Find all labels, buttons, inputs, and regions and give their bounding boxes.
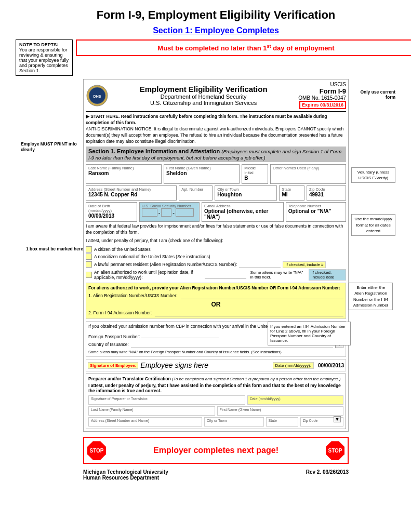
sig-label: Signature of Employee:	[88, 362, 138, 369]
i94-note: If you entered an I-94 Admission Number …	[268, 322, 351, 345]
preparer-city: City or Town	[204, 417, 264, 427]
page-title: Form I-9, Employment Eligibility Verific…	[16, 8, 411, 22]
checkbox-noncitizen[interactable]	[86, 254, 92, 260]
zip-dropdown[interactable]: ▼	[334, 416, 341, 422]
footer: Michigan Technological University Human …	[83, 469, 349, 481]
phone-field: Telephone Number Optional or "N/A"	[286, 202, 346, 222]
preparer-state: State	[266, 417, 298, 427]
bottom-bar: STOP Employer completes next page! STOP	[83, 437, 349, 464]
one-box-annotation: 1 box must be marked here	[23, 246, 83, 252]
sig-date-value: 00/00/2013	[318, 363, 344, 368]
enter-either-note: Enter either the Alien Registration Numb…	[349, 283, 393, 310]
preparer-first-name: First Name (Given Name)	[217, 406, 344, 416]
sig-value: Employee signs here	[140, 361, 270, 369]
uscis-info-box: USCIS Form I-9 OMB No. 1615-0047 Expires…	[298, 82, 346, 109]
note-title: NOTE TO DEPTS:	[19, 42, 69, 47]
start-here-text: ▶ START HERE. Read instructions carefull…	[86, 114, 346, 144]
section-header: Section 1: Employee Completes	[16, 26, 411, 35]
signature-row: Signature of Employee: Employee signs he…	[86, 359, 346, 371]
must-complete-box: Must be completed no later than 1st day …	[76, 39, 411, 56]
zip-field: Zip Code 49931	[307, 185, 346, 201]
attest-intro: I attest, under penalty of perjury, that…	[86, 238, 346, 244]
alien-section: For aliens authorized to work, provide y…	[86, 283, 346, 319]
apt-field: Apt. Number	[179, 185, 213, 201]
city-field: City or Town Houghton	[215, 185, 277, 201]
checkbox-alien-authorized[interactable]	[86, 272, 92, 278]
checkbox-row-2: A noncitizen national of the United Stat…	[86, 254, 346, 260]
form-title-center: Employment Eligibility Verification Depa…	[109, 85, 298, 106]
address-fields-row: Address (Street Number and Name) 12345 N…	[86, 185, 346, 201]
preparer-last-name: Last Name (Family Name)	[88, 406, 215, 416]
dhs-seal: DHS	[86, 84, 109, 107]
right-annotations: Only use current form Voluntary (unless …	[351, 79, 395, 236]
other-names-field: Other Names Used (if any)	[270, 164, 346, 184]
form-logo: DHS	[86, 84, 109, 107]
checkbox-row-1: A citizen of the United States	[86, 246, 346, 252]
stop-sign-left: STOP	[87, 441, 106, 460]
checkbox-citizen[interactable]	[86, 246, 92, 252]
checkbox-row-4: An alien authorized to work until (expir…	[86, 269, 346, 281]
if-checked-hash: If checked, include #	[283, 261, 326, 268]
awareness-text: I am aware that federal law provides for…	[86, 223, 346, 236]
ssn-field: U.S. Social Security Number - -	[139, 202, 200, 222]
footer-right: Rev 2. 03/26/2013	[306, 469, 349, 481]
preparer-date-field: Date (mm/dd/yyyy):	[247, 395, 343, 405]
use-mmddyyyy-note: Use the mm/dd/yyyy format for all dates …	[351, 214, 395, 236]
if-checked-date: If checked, Include date	[309, 269, 346, 281]
preparer-name-row: Last Name (Family Name) First Name (Give…	[88, 406, 343, 416]
form-image-area: DHS Employment Eligibility Verification …	[83, 79, 349, 432]
checkbox-permanent-resident[interactable]	[86, 261, 92, 268]
section1-header: Section 1. Employee Information and Atte…	[86, 147, 346, 162]
sig-date-label: Date (mm/dd/yyyy):	[273, 362, 314, 369]
first-name-field: First Name (Given Name) Sheldon	[164, 164, 240, 184]
form-header: DHS Employment Eligibility Verification …	[86, 82, 346, 112]
checkbox-row-3: A lawful permanent resident (Alien Regis…	[86, 261, 346, 268]
email-field: E-mail Address Optional (otherwise, ente…	[202, 202, 284, 222]
left-annotations: Employe MUST PRINT info clearly	[21, 79, 81, 157]
expires-badge: Expires 03/31/2016	[299, 101, 346, 109]
preparer-zip: Zip Code ▼	[300, 417, 343, 427]
voluntary-note: Voluntary (unless USCIS E-Verify)	[351, 167, 395, 183]
preparer-sig-field: Signature of Preparer or Translator:	[88, 395, 245, 405]
preparer-sig-row: Signature of Preparer or Translator: Dat…	[88, 395, 343, 405]
state-field: State MI	[279, 185, 304, 201]
dob-ssn-row: Date of Birth (mm/dd/yyyy) 00/00/2013 U.…	[86, 202, 346, 222]
stop-sign-right: STOP	[326, 441, 344, 460]
note-body: You are responsible for reviewing & ensu…	[19, 47, 69, 73]
preparer-address: Address (Street Number and Name)	[88, 417, 202, 427]
dob-field: Date of Birth (mm/dd/yyyy) 00/00/2013	[86, 202, 137, 222]
enter-either-annotation: Enter either the Alien Registration Numb…	[349, 283, 393, 310]
last-name-field: Last Name (Family Name) Ransom	[86, 164, 162, 184]
name-fields-row: Last Name (Family Name) Ransom First Nam…	[86, 164, 346, 184]
preparer-box: Preparer and/or Translator Certification…	[86, 374, 346, 429]
address-field: Address (Street Number and Name) 12345 N…	[86, 185, 177, 201]
footer-left: Michigan Technological University Human …	[83, 469, 168, 481]
preparer-address-row: Address (Street Number and Name) City or…	[88, 417, 343, 427]
checkbox-area: 1 box must be marked here A citizen of t…	[86, 246, 346, 281]
employer-next-page: Employer completes next page!	[116, 446, 315, 455]
middle-initial-field: Middle Initial B	[242, 164, 268, 184]
svg-text:DHS: DHS	[94, 95, 101, 98]
note-to-depts: NOTE TO DEPTS: You are responsible for r…	[16, 39, 73, 76]
